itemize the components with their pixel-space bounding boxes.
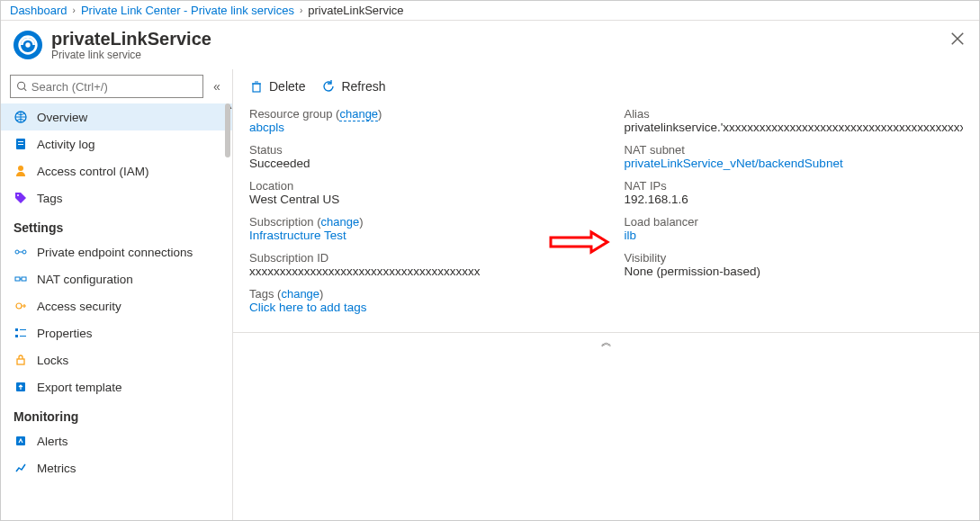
properties-icon	[13, 326, 28, 340]
svg-point-8	[17, 194, 19, 196]
sidebar-item-access-security[interactable]: Access security	[1, 292, 232, 319]
refresh-button[interactable]: Refresh	[321, 79, 385, 94]
sidebar-item-tags[interactable]: Tags	[1, 184, 232, 211]
collapse-properties-button[interactable]: ︽	[233, 333, 979, 352]
globe-icon	[13, 110, 28, 124]
breadcrumb-plc[interactable]: Private Link Center - Private link servi…	[81, 4, 294, 17]
sidebar-item-label: Alerts	[37, 435, 68, 448]
subscription-id-value: xxxxxxxxxxxxxxxxxxxxxxxxxxxxxxxxxxxxxx	[249, 265, 589, 278]
sidebar-item-export-template[interactable]: Export template	[1, 373, 232, 400]
toolbar: Delete Refresh	[233, 69, 979, 103]
location-value: West Central US	[249, 193, 589, 206]
sidebar-item-access-control[interactable]: Access control (IAM)	[1, 157, 232, 184]
properties-panel: Resource group (change) abcpls Status Su…	[233, 103, 979, 333]
search-icon	[16, 80, 28, 93]
sidebar-item-private-endpoint[interactable]: Private endpoint connections	[1, 238, 232, 265]
sidebar-item-label: NAT configuration	[37, 273, 133, 286]
breadcrumb: Dashboard › Private Link Center - Privat…	[1, 1, 979, 21]
nat-icon	[13, 272, 28, 286]
sidebar-item-label: Activity log	[37, 138, 95, 151]
status-value: Succeeded	[249, 157, 589, 170]
svg-point-1	[25, 42, 30, 47]
alias-value: privatelinkservice.'xxxxxxxxxxxxxxxxxxxx…	[625, 121, 964, 134]
lock-icon	[13, 353, 28, 367]
tags-add-link[interactable]: Click here to add tags	[249, 301, 367, 314]
sidebar-item-alerts[interactable]: Alerts	[1, 427, 232, 454]
resource-group-value[interactable]: abcpls	[249, 121, 284, 134]
page-title: privateLinkService	[51, 29, 211, 49]
properties-left-column: Resource group (change) abcpls Status Su…	[249, 107, 589, 323]
log-icon	[13, 137, 28, 151]
sidebar-item-label: Properties	[37, 327, 93, 340]
search-box[interactable]	[10, 75, 203, 98]
subscription-value[interactable]: Infrastructure Test	[249, 229, 346, 242]
sidebar-nav: ▴ Overview Activity log Access control (…	[1, 103, 232, 521]
svg-point-10	[22, 250, 26, 254]
svg-point-9	[15, 250, 19, 254]
sidebar-item-overview[interactable]: Overview	[1, 103, 232, 130]
sidebar-item-metrics[interactable]: Metrics	[1, 454, 232, 481]
breadcrumb-current: privateLinkService	[308, 4, 403, 17]
subscription-id-label: Subscription ID	[249, 251, 589, 265]
svg-rect-20	[16, 436, 25, 445]
close-button[interactable]	[949, 30, 967, 48]
nat-ips-label: NAT IPs	[625, 179, 964, 193]
svg-rect-21	[253, 84, 260, 92]
alerts-icon	[13, 434, 28, 448]
svg-rect-18	[17, 359, 24, 364]
tags-change-link[interactable]: change	[281, 287, 319, 301]
delete-button[interactable]: Delete	[249, 79, 305, 94]
chevron-right-icon: ›	[300, 5, 302, 15]
resource-group-change-link[interactable]: change	[339, 107, 378, 121]
search-input[interactable]	[31, 80, 197, 94]
nat-subnet-label: NAT subnet	[625, 143, 964, 157]
load-balancer-value[interactable]: ilb	[625, 229, 637, 242]
nat-subnet-value[interactable]: privateLinkService_vNet/backendSubnet	[625, 157, 843, 170]
subscription-label: Subscription	[249, 215, 314, 229]
refresh-icon	[321, 79, 336, 94]
resource-icon	[13, 31, 42, 59]
sidebar-item-properties[interactable]: Properties	[1, 319, 232, 346]
resource-group-label: Resource group	[249, 107, 333, 121]
svg-rect-5	[18, 141, 23, 142]
metrics-icon	[13, 461, 28, 475]
shield-icon	[13, 299, 28, 313]
trash-icon	[249, 79, 264, 94]
breadcrumb-dashboard[interactable]: Dashboard	[10, 4, 67, 17]
page-header: privateLinkService Private link service	[1, 21, 979, 69]
sidebar-section-settings: Settings	[1, 211, 232, 238]
visibility-value: None (permission-based)	[625, 265, 964, 278]
sidebar-item-activity-log[interactable]: Activity log	[1, 130, 232, 157]
svg-rect-16	[15, 335, 18, 337]
svg-rect-15	[20, 329, 26, 330]
sidebar-section-monitoring: Monitoring	[1, 400, 232, 427]
properties-right-column: Alias privatelinkservice.'xxxxxxxxxxxxxx…	[625, 107, 964, 323]
location-label: Location	[249, 179, 589, 193]
visibility-label: Visibility	[625, 251, 964, 265]
chevron-right-icon: ›	[73, 5, 76, 15]
sidebar-item-nat-config[interactable]: NAT configuration	[1, 265, 232, 292]
svg-rect-6	[18, 144, 23, 145]
endpoint-icon	[13, 245, 28, 259]
refresh-label: Refresh	[341, 79, 385, 94]
sidebar-item-label: Tags	[37, 192, 63, 205]
sidebar-item-label: Metrics	[37, 462, 76, 475]
sidebar-item-label: Private endpoint connections	[37, 246, 193, 259]
nat-ips-value: 192.168.1.6	[625, 193, 964, 206]
subscription-change-link[interactable]: change	[321, 215, 360, 229]
status-label: Status	[249, 143, 589, 157]
delete-label: Delete	[269, 79, 305, 94]
sidebar-item-locks[interactable]: Locks	[1, 346, 232, 373]
load-balancer-label: Load balancer	[625, 215, 964, 229]
svg-rect-14	[15, 328, 18, 331]
sidebar-item-label: Access security	[37, 300, 121, 313]
sidebar-item-label: Export template	[37, 381, 122, 394]
alias-label: Alias	[625, 107, 964, 121]
svg-point-13	[16, 303, 22, 309]
main-content: Delete Refresh Resource group (change) a…	[233, 69, 979, 521]
scrollbar[interactable]: ▴	[223, 103, 232, 521]
sidebar-item-label: Overview	[37, 111, 87, 124]
scrollbar-thumb[interactable]	[225, 103, 230, 157]
page-subtitle: Private link service	[51, 49, 211, 61]
collapse-sidebar-button[interactable]: «	[209, 79, 225, 94]
